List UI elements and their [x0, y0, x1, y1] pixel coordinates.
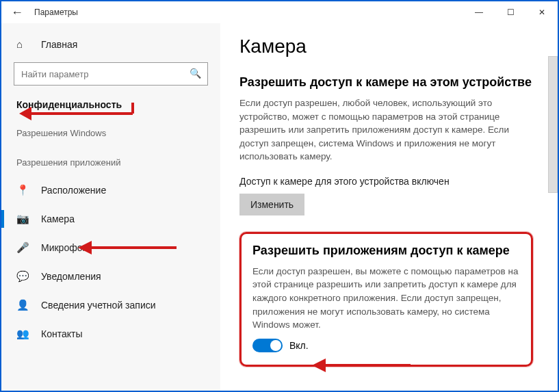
account-icon: 👤 [16, 299, 29, 311]
sidebar-item-contacts[interactable]: 👥 Контакты [1, 319, 220, 348]
close-button[interactable]: ✕ [526, 1, 558, 23]
sidebar-item-label: Уведомления [41, 271, 101, 282]
section2-text: Если доступ разрешен, вы можете с помощь… [252, 265, 520, 332]
section2-title: Разрешить приложениям доступ к камере [252, 244, 520, 258]
camera-icon: 📷 [16, 213, 29, 225]
sidebar-item-label: Камера [41, 213, 75, 224]
subhead-windows-perms: Разрешения Windows [1, 121, 220, 141]
content-pane: Камера Разрешить доступ к камере на этом… [220, 23, 558, 391]
sidebar: ⌂ Главная 🔍 Конфиденциальность Разрешени… [1, 23, 220, 391]
sidebar-item-camera[interactable]: 📷 Камера [1, 205, 220, 233]
section2-highlight: Разрешить приложениям доступ к камере Ес… [239, 232, 533, 367]
microphone-icon: 🎤 [16, 241, 29, 254]
sidebar-item-location[interactable]: 📍 Расположение [1, 176, 220, 205]
search-wrap: 🔍 [14, 62, 208, 86]
subhead-app-perms: Разрешения приложений [1, 141, 220, 176]
home-nav[interactable]: ⌂ Главная [1, 36, 220, 62]
page-title: Камера [239, 36, 533, 57]
change-button[interactable]: Изменить [239, 194, 304, 215]
scrollbar[interactable] [548, 56, 558, 193]
back-icon[interactable]: ← [11, 5, 23, 20]
sidebar-item-label: Расположение [41, 185, 106, 196]
section1-title: Разрешить доступ к камере на этом устрой… [239, 75, 533, 90]
toggle-label: Вкл. [289, 340, 309, 351]
sidebar-item-microphone[interactable]: 🎤 Микрофон [1, 233, 220, 262]
sidebar-item-label: Микрофон [41, 242, 88, 253]
sidebar-item-label: Сведения учетной записи [41, 300, 156, 311]
minimize-button[interactable]: — [463, 1, 495, 23]
toggle-row: Вкл. [252, 339, 520, 352]
search-input[interactable] [14, 62, 208, 86]
window-title: Параметры [34, 8, 78, 17]
section1-text: Если доступ разрешен, любой человек, исп… [239, 96, 533, 164]
sidebar-item-account-info[interactable]: 👤 Сведения учетной записи [1, 291, 220, 319]
notifications-icon: 💬 [16, 270, 29, 283]
contacts-icon: 👥 [16, 328, 29, 340]
maximize-button[interactable]: ☐ [495, 1, 526, 23]
window-controls: — ☐ ✕ [463, 1, 558, 23]
camera-apps-toggle[interactable] [252, 339, 283, 352]
sidebar-item-notifications[interactable]: 💬 Уведомления [1, 262, 220, 291]
location-icon: 📍 [16, 184, 29, 196]
sidebar-item-label: Контакты [41, 328, 82, 339]
home-label: Главная [41, 39, 77, 50]
section1-status: Доступ к камере для этого устройства вкл… [239, 176, 533, 187]
category-label: Конфиденциальность [1, 99, 220, 121]
search-icon: 🔍 [190, 68, 201, 79]
home-icon: ⌂ [16, 38, 29, 50]
